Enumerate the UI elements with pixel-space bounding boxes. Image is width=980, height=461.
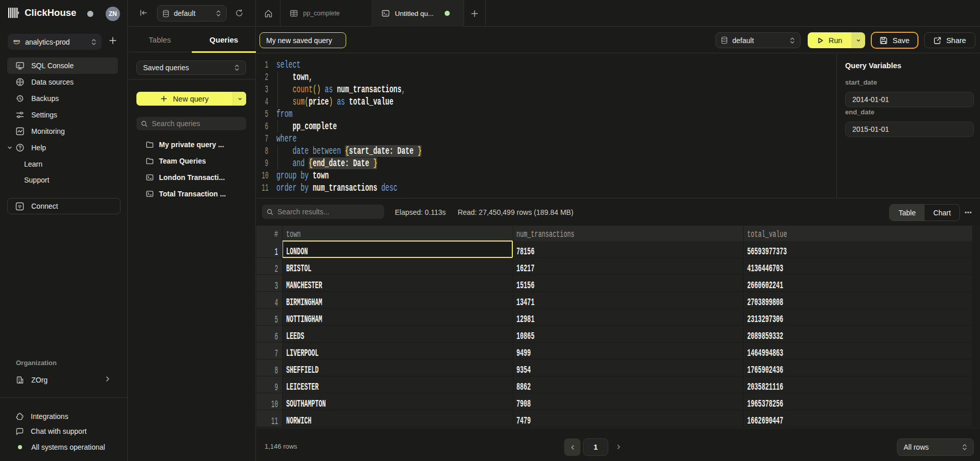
svg-text:aws: aws xyxy=(13,39,20,43)
